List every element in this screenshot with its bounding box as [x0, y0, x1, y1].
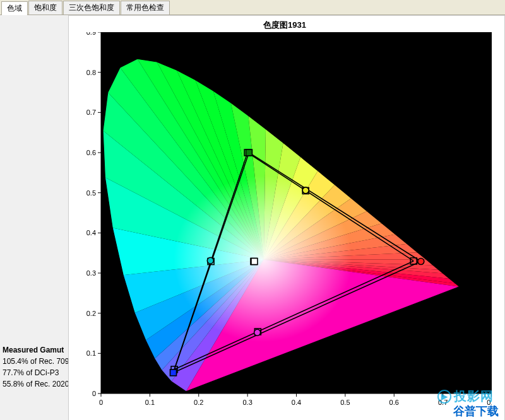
svg-point-86 [207, 257, 213, 264]
watermark-gupu: 谷普下载 [453, 404, 499, 419]
tab-saturation[interactable]: 饱和度 [28, 1, 62, 15]
plot-area: 00.10.20.30.40.50.60.70.800.10.20.30.40.… [78, 32, 492, 411]
svg-text:0.5: 0.5 [340, 399, 350, 406]
svg-point-88 [302, 187, 309, 194]
svg-point-87 [254, 329, 260, 335]
chart-title: 色度图1931 [263, 18, 306, 32]
chromaticity-svg: 00.10.20.30.40.50.60.70.800.10.20.30.40.… [78, 32, 492, 411]
chart-panel: 色度图1931 00.10.20.30.40.50.60.70.800.10.2… [68, 15, 505, 420]
svg-text:0.7: 0.7 [86, 108, 95, 116]
svg-text:0.6: 0.6 [389, 399, 398, 406]
watermark-touying: ▶ 投影网 [437, 388, 494, 405]
svg-rect-84 [246, 149, 252, 156]
svg-text:0.2: 0.2 [86, 310, 95, 317]
svg-rect-85 [170, 370, 176, 376]
svg-text:0.5: 0.5 [86, 189, 95, 197]
sidebar: Measured Gamut 105.4% of Rec. 709 77.7% … [0, 15, 68, 420]
measured-gamut-heading: Measured Gamut [0, 346, 68, 354]
svg-text:0: 0 [92, 390, 95, 397]
svg-text:0.4: 0.4 [291, 399, 300, 406]
svg-text:0.3: 0.3 [86, 269, 95, 277]
tabs-bar: 色域 饱和度 三次色饱和度 常用色检查 [0, 0, 505, 15]
svg-point-83 [417, 259, 424, 265]
svg-text:0.4: 0.4 [86, 229, 95, 236]
svg-text:0.3: 0.3 [242, 399, 252, 406]
tab-tertiary-saturation[interactable]: 三次色饱和度 [63, 1, 120, 15]
svg-text:0.6: 0.6 [86, 149, 95, 156]
svg-text:0.1: 0.1 [86, 349, 95, 357]
svg-text:0: 0 [98, 399, 102, 406]
gamut-stat-rec709: 105.4% of Rec. 709 [0, 357, 68, 366]
tab-gamut[interactable]: 色域 [1, 1, 28, 15]
content-area: Measured Gamut 105.4% of Rec. 709 77.7% … [0, 15, 505, 420]
gamut-stat-rec2020: 55.8% of Rec. 2020 [0, 380, 68, 388]
svg-text:0.1: 0.1 [145, 399, 154, 406]
svg-text:0.8: 0.8 [86, 69, 95, 76]
tab-color-check[interactable]: 常用色检查 [121, 1, 170, 15]
svg-text:0.2: 0.2 [194, 399, 203, 406]
play-icon: ▶ [437, 390, 451, 404]
gamut-stat-dcip3: 77.7% of DCi-P3 [0, 368, 68, 377]
svg-text:0.9: 0.9 [86, 32, 95, 36]
svg-rect-89 [251, 259, 257, 265]
